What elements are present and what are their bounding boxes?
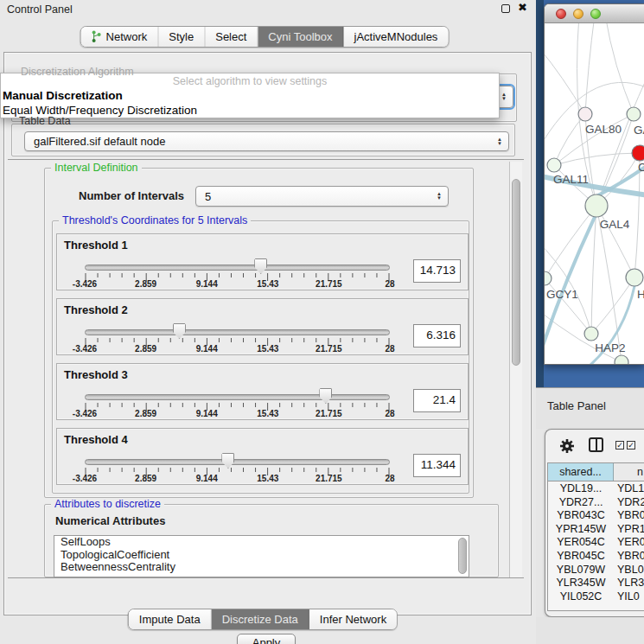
tick-label: -3.426	[73, 474, 97, 483]
table-row[interactable]: YDR27... YDR2	[548, 496, 644, 510]
tab-cyni-toolbox[interactable]: Cyni Toolbox	[258, 27, 343, 47]
tick-label: 15.43	[257, 279, 278, 289]
tick-label: -3.426	[73, 409, 97, 418]
svg-text:GAL11: GAL11	[553, 173, 589, 186]
tick-label: 21.715	[316, 409, 342, 418]
slider-thumb[interactable]	[319, 388, 332, 404]
column-header-name[interactable]: n	[614, 463, 644, 481]
table-row[interactable]: YBR045C YBR0	[548, 550, 644, 564]
tick-label: 2.859	[135, 279, 156, 289]
table-row[interactable]: YDL19... YDL1	[548, 482, 644, 496]
tick-label: 21.715	[316, 474, 342, 483]
threshold-label: Threshold 1	[64, 239, 128, 252]
table-row[interactable]: YLR345W YLR3	[548, 577, 644, 590]
algorithm-dropdown-popup: Select algorithm to view settings Manual…	[0, 73, 500, 118]
threshold-value-field[interactable]: 6.316	[413, 324, 461, 348]
tick-label: 28	[385, 279, 394, 289]
threshold-label: Threshold 4	[64, 433, 128, 446]
tick-label: 21.715	[316, 279, 342, 289]
tab-style[interactable]: Style	[158, 27, 205, 47]
popup-option-manual-discretization[interactable]: Manual Discretization	[3, 89, 123, 102]
table-data-combo[interactable]: galFiltered.sif default node ▲▼	[24, 131, 509, 151]
attribute-item[interactable]: BetweennessCentrality	[54, 561, 469, 574]
tab-select[interactable]: Select	[205, 27, 258, 47]
threshold-value-field[interactable]: 14.713	[413, 259, 461, 283]
tab-jactivemnodules[interactable]: jActiveMNodules	[344, 27, 449, 47]
table-row[interactable]: YIL052C YIL0	[548, 590, 644, 604]
close-traffic-icon[interactable]	[556, 9, 566, 19]
threshold-row-3: Threshold 3 -3.4262.8599.14415.4321.7152…	[56, 363, 469, 420]
tick-label: 28	[385, 344, 394, 354]
tick-label: 15.43	[257, 344, 278, 354]
vertical-scrollbar[interactable]	[509, 162, 522, 577]
scrollbar-thumb[interactable]	[512, 179, 520, 366]
network-graph: GAL80GACGAL11GAL4GCY1HHAP2	[545, 23, 644, 365]
tick-label: 28	[385, 409, 394, 418]
threshold-row-2: Threshold 2 -3.4262.8599.14415.4321.7152…	[56, 298, 469, 355]
number-of-intervals-value: 5	[196, 190, 430, 203]
slider-thumb[interactable]	[254, 258, 267, 274]
thresholds-legend: Threshold's Coordinates for 5 Intervals	[59, 214, 251, 226]
checkbox-icon[interactable]: ✓	[627, 441, 635, 450]
table-row[interactable]: YPR145W YPR1	[548, 523, 644, 537]
tick-label: 28	[385, 474, 394, 483]
tick-label: 2.859	[135, 344, 156, 354]
slider-track[interactable]	[85, 329, 390, 335]
numerical-attributes-list[interactable]: SelfLoopsTopologicalCoefficientBetweenne…	[54, 535, 469, 577]
tab-discretize-data[interactable]: Discretize Data	[212, 609, 309, 629]
bottom-tab-bar: Impute DataDiscretize DataInfer Network	[128, 609, 398, 630]
slider-thumb[interactable]	[173, 323, 186, 339]
columns-icon[interactable]	[589, 437, 603, 452]
tick-label: 9.144	[196, 279, 218, 289]
table-row[interactable]: YBR043C YBR0	[548, 509, 644, 523]
threshold-value-field[interactable]: 11.344	[413, 454, 461, 477]
network-window-titlebar[interactable]	[545, 4, 644, 23]
slider-thumb[interactable]	[221, 453, 234, 469]
slider-track[interactable]	[85, 265, 390, 271]
top-tab-bar: NetworkStyleSelectCyni ToolboxjActiveMNo…	[80, 26, 450, 48]
tab-impute-data[interactable]: Impute Data	[129, 609, 212, 629]
table-panel-header: Table Panel	[536, 387, 644, 429]
slider-ticks	[85, 403, 392, 411]
number-of-intervals-label: Number of Intervals	[79, 189, 184, 202]
list-scrollbar[interactable]	[458, 538, 467, 574]
zoom-traffic-icon[interactable]	[590, 9, 601, 19]
number-of-intervals-combo[interactable]: 5 ▲▼	[195, 186, 449, 207]
slider-track[interactable]	[85, 459, 390, 465]
svg-text:C: C	[638, 161, 644, 174]
attribute-item[interactable]: SelfLoops	[54, 536, 469, 549]
tick-label: 15.43	[257, 474, 278, 483]
node-table: shared... n YDL19... YDL1YDR27... YDR2YB…	[547, 462, 644, 611]
column-header-shared-name[interactable]: shared...	[548, 463, 614, 481]
combo-arrows-icon[interactable]: ▲▼	[491, 132, 508, 150]
close-icon[interactable]: ✖	[518, 1, 527, 14]
tab-infer-network[interactable]: Infer Network	[309, 609, 397, 629]
apply-button[interactable]: Apply	[237, 634, 296, 644]
tab-network[interactable]: Network	[81, 27, 159, 47]
slider-track[interactable]	[85, 394, 390, 400]
table-window: ✓ ✓ shared... n YDL19... YDL1YDR27... YD…	[545, 429, 644, 617]
slider-ticks	[85, 468, 392, 476]
settings-scroll-region: Interval Definition Number of Intervals …	[8, 159, 524, 578]
table-row[interactable]: YER054C YER0	[548, 536, 644, 550]
threshold-label: Threshold 3	[64, 368, 128, 381]
network-canvas[interactable]: GAL80GACGAL11GAL4GCY1HHAP2	[545, 23, 644, 365]
float-window-icon[interactable]	[501, 4, 510, 13]
interval-definition-legend: Interval Definition	[51, 162, 142, 174]
background	[536, 617, 644, 644]
minimize-traffic-icon[interactable]	[573, 9, 583, 19]
attribute-item[interactable]: TopologicalCoefficient	[54, 549, 469, 562]
table-data-combo-value: galFiltered.sif default node	[25, 135, 491, 148]
panel-title: Control Panel	[7, 3, 73, 16]
table-row[interactable]: YBL079W YBL0	[548, 564, 644, 577]
table-toolbar: ✓ ✓	[545, 430, 644, 462]
threshold-value-field[interactable]: 21.4	[413, 389, 461, 412]
cyni-toolbox-content: ▲▼ galFiltered.sif default node ▲▼ Inter…	[3, 52, 532, 615]
combo-arrows-icon[interactable]: ▲▼	[430, 187, 448, 206]
checkbox-icon[interactable]: ✓	[615, 441, 624, 450]
gear-icon[interactable]	[559, 438, 575, 454]
thresholds-group: Threshold's Coordinates for 5 Intervals …	[52, 220, 469, 494]
svg-text:GAL4: GAL4	[600, 218, 630, 231]
screen: Control Panel ✖ NetworkStyleSelectCyni T…	[0, 0, 644, 644]
network-view-window: GAL80GACGAL11GAL4GCY1HHAP2	[544, 3, 644, 365]
